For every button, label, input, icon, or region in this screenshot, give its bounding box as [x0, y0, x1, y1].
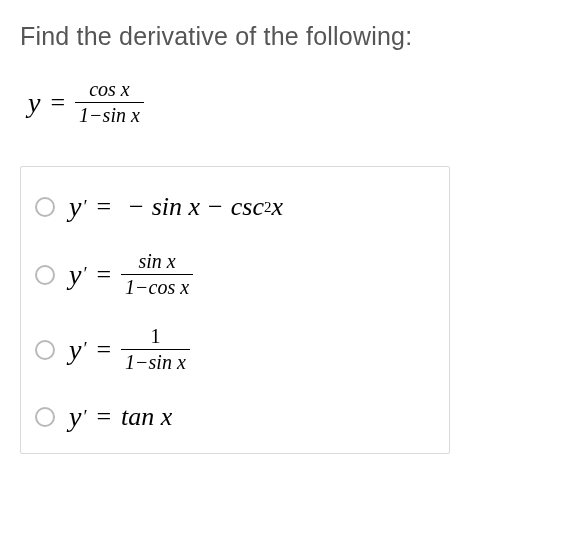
term-x: x — [271, 192, 283, 222]
radio-icon — [35, 197, 55, 217]
fraction-denominator: 1−sin x — [121, 349, 190, 373]
prime-icon: ′ — [82, 197, 86, 218]
given-equation: y = cos x 1−sin x — [28, 79, 562, 126]
fraction-denominator: 1−cos x — [121, 274, 193, 298]
option-3-fraction: 1 1−sin x — [121, 326, 190, 373]
option-2-fraction: sin x 1−cos x — [121, 251, 193, 298]
equation-numerator: cos x — [85, 79, 134, 102]
option-3[interactable]: y′ = 1 1−sin x — [35, 312, 435, 387]
option-2-math: y′ = sin x 1−cos x — [69, 251, 193, 298]
equation-lhs: y — [28, 87, 40, 119]
term-sinx: sin x — [152, 192, 200, 222]
fraction-numerator: sin x — [134, 251, 179, 274]
term-tanx: tan x — [121, 402, 172, 432]
equals-sign: = — [96, 260, 111, 290]
prime-icon: ′ — [82, 407, 86, 428]
minus-sign: − — [129, 192, 144, 222]
yprime: y — [69, 259, 81, 291]
equals-sign: = — [96, 402, 111, 432]
radio-icon — [35, 265, 55, 285]
equation-fraction: cos x 1−sin x — [75, 79, 144, 126]
minus-sign: − — [208, 192, 223, 222]
prime-icon: ′ — [82, 339, 86, 360]
radio-icon — [35, 407, 55, 427]
term-csc: csc — [231, 192, 264, 222]
equals-sign: = — [50, 88, 65, 118]
yprime: y — [69, 191, 81, 223]
yprime: y — [69, 401, 81, 433]
prime-icon: ′ — [82, 264, 86, 285]
option-1[interactable]: y′ = − sin x − csc2 x — [35, 177, 435, 237]
question-prompt: Find the derivative of the following: — [20, 22, 562, 51]
option-2[interactable]: y′ = sin x 1−cos x — [35, 237, 435, 312]
options-group: y′ = − sin x − csc2 x y′ = sin x 1−cos x… — [20, 166, 450, 454]
equation-denominator: 1−sin x — [75, 102, 144, 126]
option-4-math: y′ = tan x — [69, 401, 172, 433]
equals-sign: = — [96, 192, 111, 222]
radio-icon — [35, 340, 55, 360]
fraction-numerator: 1 — [146, 326, 164, 349]
yprime: y — [69, 334, 81, 366]
option-4[interactable]: y′ = tan x — [35, 387, 435, 447]
option-1-math: y′ = − sin x − csc2 x — [69, 191, 283, 223]
equals-sign: = — [96, 335, 111, 365]
option-3-math: y′ = 1 1−sin x — [69, 326, 190, 373]
